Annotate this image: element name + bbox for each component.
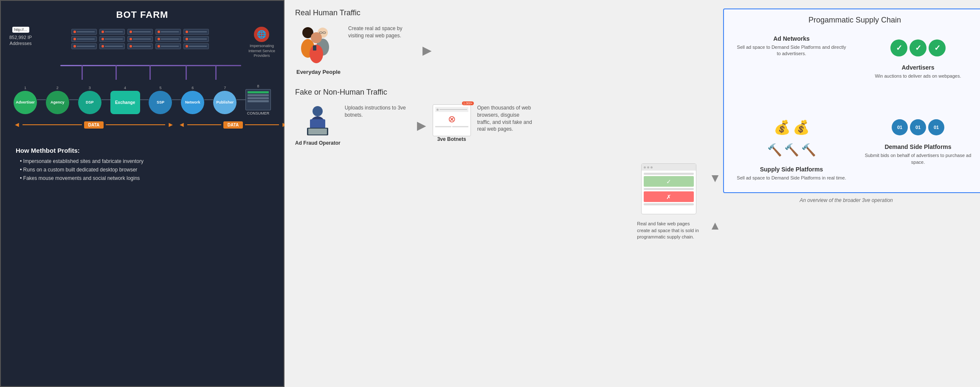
server-bar	[71, 29, 97, 35]
data-line-right2	[245, 124, 279, 125]
dsp-desc: Submit bids on behalf of advertisers to …	[861, 152, 975, 165]
dsp-item: 01 01 01 Demand Side Platforms Submit bi…	[857, 110, 979, 185]
consumer-screen	[245, 89, 271, 110]
ad-networks-item: Ad Networks Sell ad space to Demand Side…	[730, 31, 853, 106]
left-panel: BOT FARM http://... 852,992 IPAddresses	[0, 0, 284, 387]
operator-icon-area: Ad Fraud Operator	[295, 104, 341, 146]
server-unit-3	[127, 29, 153, 49]
check-circle-3: ✓	[929, 39, 946, 56]
node-circle-advertiser: Advertiser	[14, 91, 37, 114]
real-traffic-title: Real Human Traffic	[295, 8, 631, 17]
node-connector	[172, 99, 181, 100]
ad-networks-label: Ad Networks	[773, 35, 810, 42]
botnet-lines	[435, 126, 468, 127]
profits-item-3: Fakes mouse movements and social network…	[16, 175, 269, 181]
webpage-body: ✓ ✗	[642, 171, 696, 214]
connector-lines	[18, 61, 267, 82]
real-traffic-desc: Create real ad space by visiting real we…	[348, 25, 416, 39]
impersonate-text: ImpersonatingInternet ServiceProviders	[248, 44, 275, 59]
ssp-desc: Sell ad space to Demand Side Platforms i…	[737, 175, 846, 181]
node-connector	[69, 99, 78, 100]
advertisers-label: Advertisers	[901, 64, 934, 71]
fake-traffic-title: Fake or Non-Human Traffic	[295, 88, 631, 97]
hammer-icon-2: 🔨	[784, 143, 799, 157]
server-bar	[183, 29, 209, 35]
binary-icon-3: 01	[928, 119, 944, 135]
advertisers-desc: Win auctions to deliver ads on webpages.	[875, 73, 961, 79]
supply-chain-title: Progammatic Supply Chain	[730, 16, 979, 25]
node-consumer: 8 CONSUMER	[245, 84, 271, 115]
node-circle-network: Network	[181, 91, 204, 114]
server-unit-2	[99, 29, 125, 49]
ssp-label: Supply Side Platforms	[760, 166, 823, 173]
server-bar	[99, 43, 125, 49]
ip-text: 852,992 IPAddresses	[9, 34, 32, 47]
data-line-right-left	[106, 124, 165, 125]
arrow-down-icon: ▼	[709, 171, 721, 185]
webpage-line-1	[644, 173, 694, 175]
hammer-icon-3: 🔨	[801, 143, 816, 157]
fake-traffic-section: Fake or Non-Human Traffic	[295, 88, 631, 146]
server-unit-4	[155, 29, 181, 49]
server-icons	[32, 27, 248, 49]
ssp-item: 💰 💰 🔨 🔨 🔨 Supply Side Platforms Sell ad …	[730, 110, 853, 185]
operator-label: Ad Fraud Operator	[295, 140, 341, 146]
server-bar	[183, 43, 209, 49]
arrow-right-icon-left: ►	[167, 121, 174, 129]
nodes-row: 1 Advertiser 2 Agency 3 DSP 4 Exchange 5…	[9, 84, 275, 115]
data-line-left	[23, 124, 82, 125]
profits-list: Impersonate established sites and fabric…	[16, 158, 269, 181]
server-unit-5	[183, 29, 209, 49]
node-circle-publisher: Publisher	[213, 91, 237, 114]
money-bag-icon-2: 💰	[793, 119, 810, 135]
mid-arrows: ▼ ▲	[707, 25, 723, 379]
node-agency: 2 Agency	[46, 86, 69, 114]
ip-address-block: http://... 852,992 IPAddresses	[9, 27, 32, 47]
operator-desc: Uploads instructions to 3ve botnets.	[345, 104, 413, 119]
botnet-icon-area: 1,000+ ⊗ 3ve Botnets	[431, 104, 473, 142]
server-bar	[127, 36, 153, 42]
data-arrows-row: ◄ DATA ► ◄ DATA ►	[9, 118, 275, 132]
node-circle-ssp: SSP	[149, 91, 172, 114]
check-circle-2: ✓	[910, 39, 926, 56]
real-traffic-section: Real Human Traffic	[295, 8, 631, 75]
http-box: http://...	[12, 27, 29, 33]
real-traffic-arrow: ▶	[422, 43, 432, 57]
server-bar	[155, 29, 181, 35]
server-bar	[71, 43, 97, 49]
advertisers-item: ✓ ✓ ✓ Advertisers Win auctions to delive…	[857, 31, 979, 106]
right-content: Real Human Traffic	[295, 8, 969, 379]
node-network: 6 Network	[181, 86, 204, 114]
server-bar	[127, 43, 153, 49]
binary-icon-2: 01	[910, 119, 926, 135]
server-row: http://... 852,992 IPAddresses	[9, 27, 275, 59]
money-bag-icon-1: 💰	[774, 119, 791, 135]
consumer-label: CONSUMER	[247, 111, 270, 115]
binary-icon-1: 01	[892, 119, 908, 135]
server-bar	[99, 36, 125, 42]
dsp-icons: 01 01 01	[892, 115, 944, 140]
server-unit-1	[71, 29, 97, 49]
people-icon-area: Everyday People	[295, 25, 342, 75]
supply-chain-box: Progammatic Supply Chain Ad Networks Sel…	[723, 8, 980, 193]
advertisers-icons: ✓ ✓ ✓	[890, 35, 946, 61]
node-connector	[204, 99, 213, 100]
svg-rect-8	[313, 45, 316, 50]
node-exchange: 4 Exchange	[110, 86, 140, 114]
arrow-up-icon: ▲	[709, 219, 721, 233]
node-connector	[101, 99, 110, 100]
node-circle-agency: Agency	[46, 91, 69, 114]
people-svg	[295, 25, 342, 63]
profits-title: How Methbot Profits:	[16, 147, 269, 154]
server-bar	[99, 29, 125, 35]
botnet-label: 3ve Botnets	[437, 136, 466, 142]
check-circle-1: ✓	[890, 39, 907, 56]
svg-rect-13	[308, 129, 327, 135]
webpage-ad-red: ✗	[644, 191, 694, 202]
node-box-exchange: Exchange	[110, 91, 140, 114]
node-circle-dsp: DSP	[78, 91, 101, 114]
svg-point-6	[311, 32, 322, 43]
webpage-preview: ✓ ✗	[641, 163, 696, 214]
fake-traffic-content: Ad Fraud Operator Uploads instructions t…	[295, 104, 631, 146]
botnet-header	[435, 107, 468, 112]
